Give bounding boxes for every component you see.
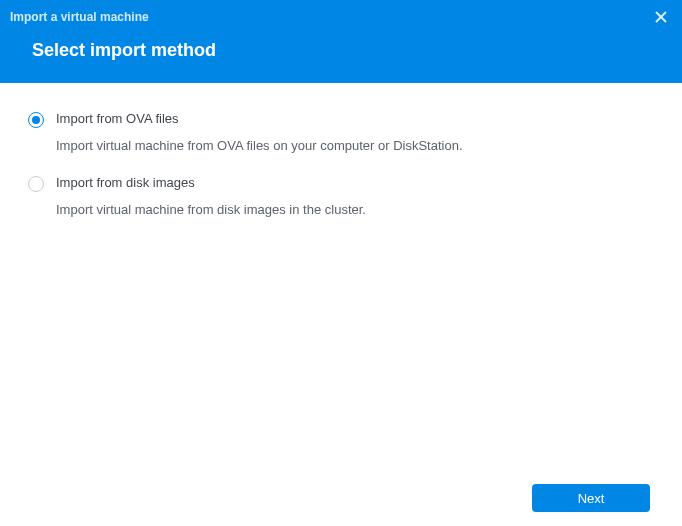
close-icon (655, 11, 667, 23)
option-description: Import virtual machine from disk images … (56, 202, 654, 217)
option-description: Import virtual machine from OVA files on… (56, 138, 654, 153)
dialog-footer: Next (0, 478, 682, 526)
next-button[interactable]: Next (532, 484, 650, 512)
radio-icon (28, 112, 44, 128)
option-label: Import from disk images (56, 175, 195, 190)
radio-icon (28, 176, 44, 192)
window-title: Import a virtual machine (10, 10, 149, 24)
close-button[interactable] (650, 6, 672, 28)
dialog-header: Import a virtual machine Select import m… (0, 0, 682, 83)
option-label: Import from OVA files (56, 111, 179, 126)
option-import-ova[interactable]: Import from OVA files (28, 111, 654, 128)
page-heading: Select import method (10, 28, 672, 67)
import-vm-dialog: Import a virtual machine Select import m… (0, 0, 682, 526)
titlebar: Import a virtual machine (10, 6, 672, 28)
dialog-body: Import from OVA files Import virtual mac… (0, 83, 682, 526)
option-import-disk-images[interactable]: Import from disk images (28, 175, 654, 192)
